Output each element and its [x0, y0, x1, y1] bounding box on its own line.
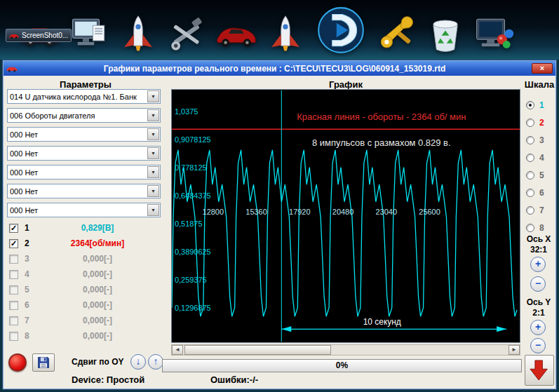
dropdown-arrow-icon[interactable]: ▼	[147, 147, 159, 159]
dropdown-arrow-icon[interactable]: ▼	[147, 185, 159, 197]
dock-icon-space-shuttle[interactable]	[118, 13, 159, 56]
param-select-2[interactable]: 006 Обороты двигателя▼	[7, 108, 161, 123]
parameter-selects: 014 U датчика кислорода №1. Банк▼006 Обо…	[7, 89, 161, 222]
dropdown-arrow-icon[interactable]: ▼	[147, 204, 159, 216]
channel-checkbox-4[interactable]	[9, 270, 18, 279]
dropdown-arrow-icon[interactable]: ▼	[147, 109, 159, 121]
channel-value: 0,000[-]	[37, 285, 158, 295]
param-select-value: 000 Нет	[8, 168, 147, 177]
channel-number: 5	[25, 285, 37, 295]
time-span-label: 10 секунд	[363, 317, 401, 327]
dock-icon-yellow-wrench[interactable]	[376, 13, 417, 56]
axis-x-zoom-in-button[interactable]: +	[530, 257, 546, 272]
shift-oy-label: Сдвиг по OY	[72, 357, 124, 367]
scale-radio-7[interactable]	[526, 206, 534, 215]
dock	[20, 4, 515, 56]
scale-radio-1[interactable]	[526, 101, 534, 109]
dock-icon-computer-files[interactable]	[69, 13, 109, 56]
axis-x-label: Ось X	[519, 234, 558, 244]
channel-checkbox-2[interactable]: ✓	[9, 239, 18, 248]
channel-number: 7	[25, 316, 37, 325]
dropdown-arrow-icon[interactable]: ▼	[147, 128, 159, 140]
scale-radio-row-1: 1	[526, 100, 544, 111]
scrollbar-track[interactable]	[183, 345, 509, 355]
progress-bar: 0%	[162, 359, 522, 372]
dropdown-arrow-icon[interactable]: ▼	[147, 166, 159, 178]
progress-value: 0%	[336, 360, 348, 370]
channel-number: 2	[25, 238, 37, 248]
axis-x-zoom-out-button[interactable]: −	[530, 276, 546, 292]
shift-up-button[interactable]: ↑	[148, 354, 163, 370]
titlebar[interactable]: Графики параметров реального времени : C…	[4, 61, 555, 76]
y-axis-tick: 0,9078125	[175, 135, 211, 144]
record-button[interactable]	[8, 353, 27, 372]
scale-radio-3[interactable]	[526, 136, 534, 144]
param-select-3[interactable]: 000 Нет▼	[7, 127, 161, 142]
x-axis-tick: 12800	[203, 208, 224, 216]
scale-radio-2[interactable]	[526, 119, 534, 127]
dock-icon-computer-spheres[interactable]	[474, 13, 515, 56]
scale-title: Шкала	[520, 79, 558, 90]
scale-radio-8[interactable]	[526, 224, 534, 232]
channel-checkbox-5[interactable]	[9, 285, 18, 295]
scale-radio-label: 4	[539, 153, 544, 163]
scale-radio-row-6: 6	[526, 187, 544, 198]
dock-icon-space-shuttle-2[interactable]	[265, 13, 306, 56]
x-axis-tick: 20480	[332, 208, 353, 216]
channel-checkbox-6[interactable]	[9, 301, 18, 310]
dropdown-arrow-icon[interactable]: ▼	[147, 90, 159, 102]
channel-checkbox-1[interactable]: ✓	[9, 224, 18, 233]
channel-value: 2364[об/мин]	[37, 238, 158, 248]
param-select-value: 014 U датчика кислорода №1. Банк	[8, 93, 147, 101]
chart-area[interactable]: Красная линия - обороты - 2364 об/ мин 8…	[171, 89, 520, 343]
scroll-right-button[interactable]: ►	[509, 345, 520, 355]
close-button[interactable]: ×	[532, 63, 553, 74]
channel-row-8: 80,000[-]	[9, 330, 158, 342]
exit-button[interactable]	[525, 355, 554, 386]
channel-value: 0,000[-]	[37, 331, 158, 341]
red-line-annotation: Красная линия - обороты - 2364 об/ мин	[297, 111, 466, 122]
screenshot-app-icon	[9, 32, 19, 39]
x-axis-tick: 17920	[289, 208, 310, 216]
x-axis-tick: 15360	[245, 208, 267, 216]
param-select-6[interactable]: 000 Нет▼	[7, 184, 161, 198]
scroll-left-button[interactable]: ◄	[172, 345, 183, 355]
axis-y-zoom-in-button[interactable]: +	[530, 320, 546, 335]
dock-icon-muscle-car[interactable]	[216, 13, 257, 56]
chart-horizontal-scrollbar[interactable]: ◄ ►	[171, 344, 520, 356]
scale-radio-label: 8	[539, 223, 544, 233]
param-select-4[interactable]: 000 Нет▼	[7, 146, 161, 161]
scale-radio-label: 5	[539, 170, 544, 180]
scale-radio-5[interactable]	[526, 171, 534, 180]
param-select-value: 000 Нет	[8, 206, 147, 215]
channel-row-6: 60,000[-]	[9, 299, 158, 311]
channel-checkbox-3[interactable]	[9, 255, 18, 264]
taskbar-button-screenshot[interactable]: ScreenShot0...	[6, 29, 72, 42]
save-button[interactable]	[32, 353, 55, 372]
scale-radio-6[interactable]	[526, 189, 534, 197]
channel-row-7: 70,000[-]	[9, 314, 158, 327]
scale-radio-4[interactable]	[526, 154, 534, 162]
channel-value: 0,000[-]	[37, 300, 158, 310]
scrollbar-thumb[interactable]	[184, 345, 331, 355]
shift-down-button[interactable]: ↓	[130, 354, 146, 370]
dock-icon-recycle-bin[interactable]	[425, 13, 466, 56]
channel-checkbox-7[interactable]	[9, 316, 18, 325]
axis-y-zoom-out-button[interactable]: −	[530, 338, 546, 353]
dock-icon-hammer-wrench[interactable]	[167, 13, 208, 56]
param-select-value: 000 Нет	[8, 187, 147, 196]
dock-icon-media-player-d[interactable]	[314, 4, 368, 56]
parameters-title: Параметры	[7, 79, 164, 90]
device-label: Device: Простой	[72, 374, 144, 385]
param-select-value: 000 Нет	[8, 130, 147, 139]
channel-checkbox-8[interactable]	[9, 332, 18, 341]
param-select-5[interactable]: 000 Нет▼	[7, 165, 161, 180]
param-select-1[interactable]: 014 U датчика кислорода №1. Банк▼	[7, 89, 161, 104]
param-select-7[interactable]: 000 Нет▼	[7, 203, 161, 217]
scale-radio-row-7: 7	[526, 205, 544, 216]
x-axis-tick: 25600	[419, 208, 440, 216]
channel-list: ✓10,829[В]✓22364[об/мин]30,000[-]40,000[…	[9, 222, 158, 342]
taskbar: ScreenShot0...	[0, 0, 559, 60]
channel-row-1: ✓10,829[В]	[9, 222, 158, 234]
pulses-annotation: 8 импульсов с размахом 0.829 в.	[312, 137, 450, 148]
